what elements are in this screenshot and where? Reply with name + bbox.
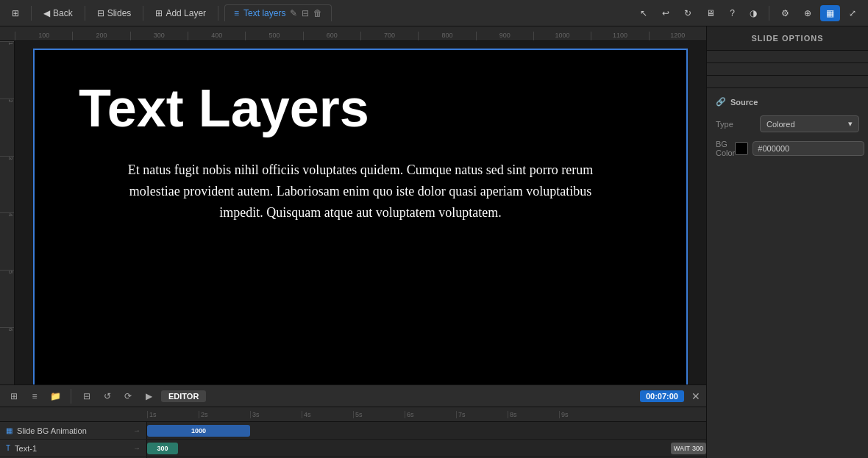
desktop-button[interactable]: 🖥: [700, 5, 721, 21]
settings-button[interactable]: ⚙: [775, 5, 795, 21]
back-button[interactable]: ◀ Back: [38, 5, 79, 21]
tl-wait-block: WAIT300: [671, 443, 706, 454]
text-layer-icon: T: [6, 444, 10, 452]
ruler-v-mark: 6: [0, 327, 14, 384]
tl-ruler-mark: 8s: [508, 411, 559, 418]
slide-bg-icon: ▦: [6, 426, 13, 434]
tl-close-btn[interactable]: ✕: [691, 390, 700, 402]
sep-1: [31, 6, 32, 21]
ruler-vertical: 123456: [0, 41, 15, 384]
add-layer-button[interactable]: ⊞ Add Layer: [149, 5, 212, 21]
ruler-h-mark: 100: [15, 32, 72, 40]
slide-canvas[interactable]: Text Layers Et natus fugit nobis nihil o…: [33, 49, 688, 384]
panel-icons-row2: [707, 63, 868, 76]
add-layer-icon: ⊞: [155, 8, 163, 18]
ruler-v-mark: 2: [0, 99, 14, 156]
fullscreen-icon: ⤢: [849, 8, 856, 18]
slides-icon: ⊟: [97, 8, 104, 18]
ruler-v-mark: 4: [0, 212, 14, 270]
desktop-icon: 🖥: [706, 8, 715, 18]
tl-ruler-mark: 6s: [405, 411, 456, 418]
tl-ruler-mark: 3s: [250, 411, 302, 418]
ruler-v-mark: 1: [0, 41, 14, 99]
tl-ruler-mark: 5s: [353, 411, 405, 418]
redo-button[interactable]: ↻: [678, 5, 697, 21]
canvas-wrapper[interactable]: Text Layers Et natus fugit nobis nihil o…: [15, 41, 706, 384]
back-icon: ◀: [43, 8, 50, 18]
sep-2: [85, 6, 85, 21]
redo-icon: ↻: [684, 8, 691, 18]
contrast-button[interactable]: ◑: [744, 5, 763, 21]
tl-ruler-mark: 1s: [147, 411, 199, 418]
fullscreen-button[interactable]: ⤢: [843, 5, 862, 21]
tl-list-btn[interactable]: ≡: [26, 388, 43, 404]
undo-icon: ↩: [662, 8, 669, 18]
tl-editor-button[interactable]: EDITOR: [161, 390, 206, 402]
help-icon: ?: [730, 8, 735, 18]
main-layout: 100200300400500600700800900100011001200 …: [0, 26, 868, 458]
timeline-toolbar: ⊞ ≡ 📁 ⊟ ↺ ⟳ ▶ EDITOR 00:07:00 ✕: [0, 385, 706, 407]
ruler-h-mark: 900: [476, 32, 533, 40]
color-swatch[interactable]: [735, 142, 748, 155]
panel-icons-row3: [707, 76, 868, 88]
settings-icon: ⚙: [781, 8, 789, 18]
ruler-v-mark: 3: [0, 156, 14, 213]
ruler-h-mark: 200: [72, 32, 129, 40]
tl-ruler-mark: 7s: [456, 411, 508, 418]
timeline: ⊞ ≡ 📁 ⊟ ↺ ⟳ ▶ EDITOR 00:07:00 ✕ 1s2s3s4s…: [0, 384, 706, 458]
tl-track: TText-1→300WAIT300: [0, 440, 706, 457]
move-button[interactable]: ⊕: [798, 5, 817, 21]
tl-grid-btn[interactable]: ⊞: [6, 388, 22, 404]
ruler-horizontal: 100200300400500600700800900100011001200: [0, 26, 706, 41]
undo-button[interactable]: ↩: [656, 5, 675, 21]
active-tab[interactable]: ≡ Text layers ✎ ⊟ 🗑: [224, 4, 332, 21]
panel-content: 🔗 Source Type Colored ▾ BG Color: [707, 88, 868, 458]
tl-track-label: ▦Slide BG Animation→: [0, 422, 147, 439]
main-toolbar: ⊞ ◀ Back ⊟ Slides ⊞ Add Layer ≡ Text lay…: [0, 0, 868, 26]
type-select[interactable]: Colored ▾: [760, 115, 859, 132]
tl-undo-btn[interactable]: ↺: [99, 388, 115, 404]
ruler-h-mark: 800: [418, 32, 475, 40]
tl-ruler-mark: 2s: [199, 411, 250, 418]
contrast-icon: ◑: [750, 8, 757, 18]
color-row: [735, 141, 864, 156]
wait-label: WAIT: [674, 445, 690, 452]
tab-dup-icon: ⊟: [302, 8, 309, 18]
timeline-ruler: 1s2s3s4s5s6s7s8s9s: [0, 407, 706, 422]
ruler-h-mark: 1000: [533, 32, 591, 40]
tl-folder-btn[interactable]: 📁: [47, 388, 63, 404]
ruler-h-mark: 1100: [591, 32, 648, 40]
tl-block[interactable]: 1000: [147, 425, 250, 437]
chevron-down-icon: ▾: [848, 119, 853, 129]
bg-color-label: BG Color: [716, 140, 735, 157]
ruler-h-mark: 300: [130, 32, 188, 40]
timeline-tracks: ▦Slide BG Animation→1000TText-1→300WAIT3…: [0, 422, 706, 458]
present-button[interactable]: ▦: [820, 5, 840, 21]
tl-play-btn[interactable]: ▶: [140, 388, 157, 404]
bg-color-row: BG Color: [716, 140, 859, 157]
wait-value: 300: [692, 445, 703, 452]
wp-icon: ⊞: [12, 8, 19, 18]
tl-track: ▦Slide BG Animation→1000: [0, 422, 706, 440]
slides-button[interactable]: ⊟ Slides: [91, 5, 138, 21]
ruler-h-mark: 500: [245, 32, 302, 40]
right-panel: SLIDE OPTIONS 🔗 Source Type Colored ▾ BG…: [706, 26, 868, 458]
sep-4: [218, 6, 218, 21]
tl-spin-btn[interactable]: ⟳: [120, 388, 136, 404]
help-button[interactable]: ?: [724, 5, 741, 21]
cursor-button[interactable]: ↖: [634, 5, 653, 21]
link-icon: 🔗: [716, 97, 726, 107]
tab-edit-icon: ✎: [290, 8, 297, 18]
move-icon: ⊕: [804, 8, 811, 18]
tl-block[interactable]: 300: [147, 443, 178, 454]
wp-button[interactable]: ⊞: [6, 5, 25, 21]
type-label: Type: [716, 120, 760, 129]
tl-ruler-mark: 4s: [302, 411, 353, 418]
cursor-icon: ↖: [640, 8, 647, 18]
panel-title: SLIDE OPTIONS: [707, 26, 868, 51]
ruler-h-mark: 400: [188, 32, 245, 40]
tl-group-btn[interactable]: ⊟: [79, 388, 95, 404]
track-arrow-icon: →: [133, 444, 140, 452]
color-input[interactable]: [753, 141, 864, 156]
slide-body: Et natus fugit nobis nihil officiis volu…: [110, 160, 611, 223]
